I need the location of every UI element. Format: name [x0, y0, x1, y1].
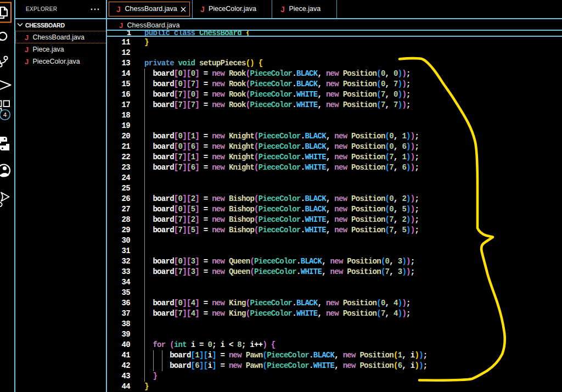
svg-text:4: 4	[3, 111, 7, 118]
